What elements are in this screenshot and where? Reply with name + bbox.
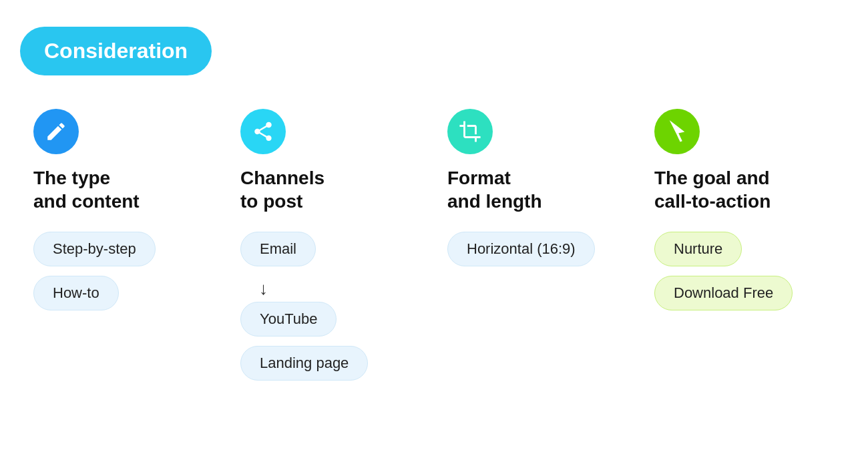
pencil-icon-circle [33,109,79,154]
column-channels: Channelsto post Email ↓ YouTube Landing … [227,109,434,390]
column-format: Formatand length Horizontal (16:9) [434,109,641,276]
pill-how-to: How-to [33,276,119,310]
col-heading-format: Formatand length [447,166,542,213]
col-heading-type-content: The typeand content [33,166,140,213]
pencil-icon [45,120,67,143]
crop-icon [459,120,481,143]
crop-icon-circle [447,109,493,154]
pill-download-free: Download Free [654,276,793,310]
arrow-down-icon: ↓ [259,278,268,299]
share-icon-circle [240,109,286,154]
pill-landing-page: Landing page [240,346,368,381]
consideration-badge: Consideration [20,27,212,75]
pill-step-by-step: Step-by-step [33,232,156,266]
col-heading-channels: Channelsto post [240,166,324,213]
pill-email: Email [240,232,316,266]
column-type-content: The typeand content Step-by-step How-to [20,109,227,320]
pill-horizontal: Horizontal (16:9) [447,232,595,266]
column-goal-cta: The goal andcall-to-action Nurture Downl… [641,109,848,320]
share-icon [252,120,274,143]
page-container: Consideration The typeand content Step-b… [0,0,868,417]
cursor-icon [666,120,688,143]
columns-grid: The typeand content Step-by-step How-to … [20,109,848,390]
cursor-icon-circle [654,109,700,154]
col-heading-goal: The goal andcall-to-action [654,166,771,213]
pill-youtube: YouTube [240,302,337,336]
pill-nurture: Nurture [654,232,742,266]
